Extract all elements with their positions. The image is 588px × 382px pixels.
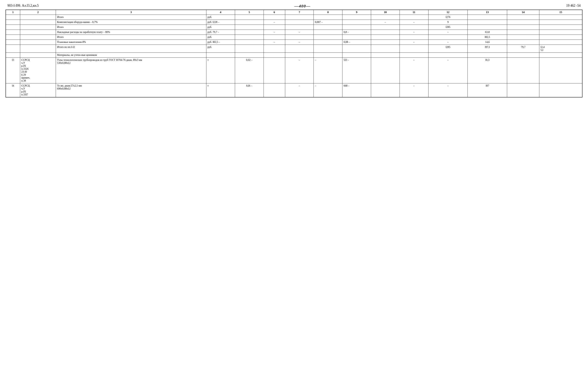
cell-col6 bbox=[264, 58, 285, 83]
table-row: I4ССРСЦч.Ур.IXп.33I7То же, диам.57х2,5 м… bbox=[6, 83, 582, 97]
cell-col10 bbox=[371, 30, 399, 35]
cell-col6 bbox=[264, 53, 285, 58]
cell-col5 bbox=[235, 30, 264, 35]
cell-col6: – bbox=[264, 20, 285, 25]
cell-col3: Итого bbox=[56, 35, 206, 40]
cell-col9: 668 – bbox=[342, 83, 371, 97]
cell-col7 bbox=[285, 53, 314, 58]
cell-col9 bbox=[342, 53, 371, 58]
cell-col7 bbox=[285, 45, 314, 53]
col-header-15: 15 bbox=[539, 10, 582, 15]
table-row: Плановые накопления-8%руб. I82,5 –––0,08… bbox=[6, 40, 582, 45]
cell-col4: руб. I82,5 – bbox=[206, 40, 235, 45]
cell-col6 bbox=[264, 35, 285, 40]
cell-col12: – bbox=[428, 40, 468, 45]
cell-col14 bbox=[507, 83, 539, 97]
cell-col10 bbox=[371, 53, 399, 58]
cell-col7: – bbox=[285, 83, 314, 97]
cell-col10 bbox=[371, 35, 399, 40]
cell-col11: – bbox=[399, 40, 428, 45]
cell-col15 bbox=[539, 53, 582, 58]
cell-col5: 0,02 – bbox=[235, 58, 264, 83]
cell-col5 bbox=[235, 45, 264, 53]
cell-col9: 0,8 – bbox=[342, 30, 371, 35]
cell-col5 bbox=[235, 53, 264, 58]
cell-col8 bbox=[314, 53, 342, 58]
cell-col1 bbox=[6, 35, 20, 40]
cell-col10 bbox=[371, 15, 399, 20]
cell-col14 bbox=[507, 53, 539, 58]
cell-col3: Итого bbox=[56, 15, 206, 20]
table-row: Накладные расходы на заработную плату – … bbox=[6, 30, 582, 35]
cell-col14 bbox=[507, 20, 539, 25]
cell-col13 bbox=[468, 53, 507, 58]
cell-col6: – bbox=[264, 40, 285, 45]
cell-col10 bbox=[371, 40, 399, 45]
cell-col10: – bbox=[371, 20, 399, 25]
col-header-2: 2 bbox=[20, 10, 56, 15]
cell-col8 bbox=[314, 45, 342, 53]
cell-col9 bbox=[342, 25, 371, 30]
cell-col8: – bbox=[314, 83, 342, 97]
col-header-10: 10 bbox=[371, 10, 399, 15]
cell-col5 bbox=[235, 35, 264, 40]
col-header-9: 9 bbox=[342, 10, 371, 15]
cell-col11: – bbox=[399, 83, 428, 97]
column-header-row: 1 2 3 4 5 6 7 8 9 10 11 12 13 14 15 bbox=[6, 10, 582, 15]
cell-col3: Узлы технологических трубопроводов из тр… bbox=[56, 58, 206, 83]
cell-col10 bbox=[371, 83, 399, 97]
cell-col2 bbox=[20, 45, 56, 53]
cell-col12: 9 bbox=[428, 20, 468, 25]
cell-col12 bbox=[428, 53, 468, 58]
table-row: Итогоруб.I82,5 bbox=[6, 35, 582, 40]
cell-col2 bbox=[20, 53, 56, 58]
cell-col15 bbox=[539, 35, 582, 40]
cell-col1 bbox=[6, 45, 20, 53]
cell-col9: 5I3 – bbox=[342, 58, 371, 83]
table-row: Итогоруб.I285 bbox=[6, 25, 582, 30]
cell-col4: руб. 79,7 – bbox=[206, 30, 235, 35]
col-header-12: 12 bbox=[428, 10, 468, 15]
cell-col8 bbox=[314, 25, 342, 30]
cell-col11: – bbox=[399, 58, 428, 83]
cell-col13 bbox=[468, 25, 507, 30]
header-left: 903-I-I99. Ал.I3.2,кн.5 bbox=[7, 4, 39, 8]
cell-col13: I0,3 bbox=[468, 58, 507, 83]
col-header-5: 5 bbox=[235, 10, 264, 15]
cell-col7 bbox=[285, 35, 314, 40]
cell-col1 bbox=[6, 30, 20, 35]
cell-col7 bbox=[285, 15, 314, 20]
cell-col8: 0,007 – bbox=[314, 20, 342, 25]
cell-col11 bbox=[399, 53, 428, 58]
cell-col14 bbox=[507, 25, 539, 30]
cell-col10 bbox=[371, 25, 399, 30]
col-header-11: 11 bbox=[399, 10, 428, 15]
cell-col2 bbox=[20, 20, 56, 25]
cell-col2 bbox=[20, 35, 56, 40]
col-header-7: 7 bbox=[285, 10, 314, 15]
cell-col2: ССРСЦч.Ур.IXп.33I7 bbox=[20, 83, 56, 97]
cell-col3: Комплектация оборудо-вания – 0,7% bbox=[56, 20, 206, 25]
cell-col12 bbox=[428, 35, 468, 40]
cell-col13: I82,5 bbox=[468, 35, 507, 40]
cell-col1: I3 bbox=[6, 58, 20, 83]
cell-col8 bbox=[314, 15, 342, 20]
cell-col4: руб. bbox=[206, 15, 235, 20]
cell-col12: I285 bbox=[428, 25, 468, 30]
cell-col7: – bbox=[285, 30, 314, 35]
cell-col8: – bbox=[314, 58, 342, 83]
cell-col14 bbox=[507, 35, 539, 40]
cell-col11: – bbox=[399, 30, 428, 35]
table-row: Комплектация оборудо-вания – 0,7%руб. I2… bbox=[6, 20, 582, 25]
cell-col13: I07 bbox=[468, 83, 507, 97]
cell-col15 bbox=[539, 25, 582, 30]
cell-col4: т bbox=[206, 58, 235, 83]
header-right: 19 462 -54 bbox=[566, 4, 581, 8]
cell-col9 bbox=[342, 45, 371, 53]
cell-col6 bbox=[264, 25, 285, 30]
cell-col8 bbox=[314, 35, 342, 40]
cell-col15 bbox=[539, 40, 582, 45]
cell-col13: 63,8 bbox=[468, 30, 507, 35]
cell-col1 bbox=[6, 40, 20, 45]
cell-col10 bbox=[371, 58, 399, 83]
